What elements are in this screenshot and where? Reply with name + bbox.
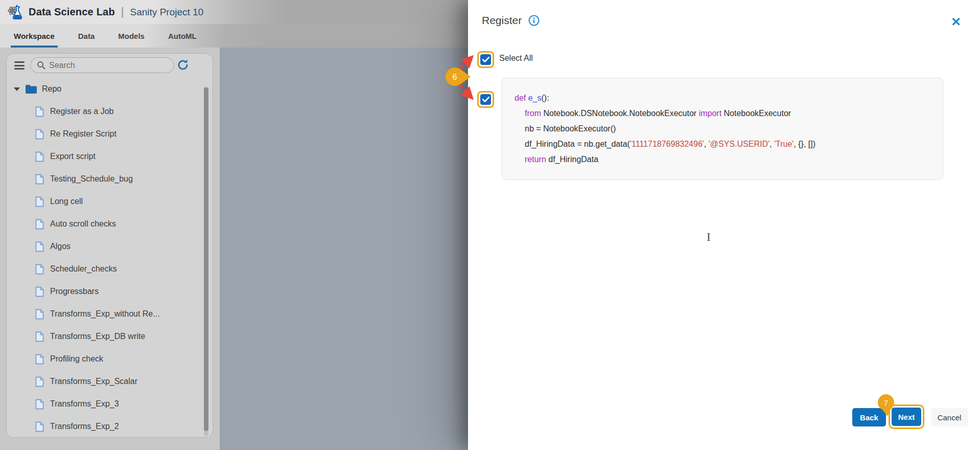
file-icon bbox=[35, 106, 44, 117]
tree-item-label: Export script bbox=[50, 152, 96, 161]
sidebar-toolbar bbox=[7, 57, 213, 77]
scrollbar-thumb[interactable] bbox=[204, 87, 208, 431]
tree-item-label: Transforms_Exp_without Re... bbox=[50, 309, 160, 319]
tree-item[interactable]: Algos bbox=[7, 235, 213, 258]
tree-item[interactable]: Transforms_Exp_2 bbox=[7, 415, 213, 438]
next-button[interactable]: Next bbox=[892, 408, 921, 426]
sidebar-scrollbar[interactable] bbox=[204, 86, 208, 436]
drawer-title: Register bbox=[482, 14, 522, 27]
file-icon bbox=[35, 309, 44, 320]
code-line: from Notebook.DSNotebook.NotebookExecuto… bbox=[515, 106, 932, 121]
tab-models[interactable]: Models bbox=[118, 24, 145, 48]
file-icon bbox=[35, 129, 44, 140]
tree-item-label: Register as a Job bbox=[50, 107, 114, 116]
tab-data[interactable]: Data bbox=[78, 24, 95, 48]
drawer-header: Register bbox=[482, 14, 540, 27]
tab-automl[interactable]: AutoML bbox=[168, 24, 197, 48]
tree-item[interactable]: Scheduler_checks bbox=[7, 258, 213, 280]
tree-item-label: Progressbars bbox=[50, 287, 99, 296]
search-icon bbox=[37, 61, 45, 70]
next-highlight-ring: Next bbox=[889, 404, 924, 429]
refresh-icon[interactable] bbox=[176, 58, 190, 72]
workspace-canvas bbox=[220, 48, 468, 450]
tab-workspace[interactable]: Workspace bbox=[14, 24, 55, 48]
select-all-highlight-ring bbox=[477, 51, 494, 68]
sidebar-column: Repo Register as a JobRe Register Script… bbox=[0, 48, 220, 450]
cancel-button[interactable]: Cancel bbox=[931, 408, 968, 426]
cell-highlight-ring bbox=[477, 91, 494, 108]
file-icon bbox=[35, 151, 44, 162]
app-title: Data Science Lab bbox=[29, 6, 115, 18]
tree-node-repo[interactable]: Repo bbox=[7, 78, 213, 100]
close-icon[interactable]: ✕ bbox=[949, 15, 963, 29]
file-icon bbox=[35, 354, 44, 365]
tree-item[interactable]: Transforms_Exp_3 bbox=[7, 393, 213, 415]
tree-item-label: Transforms_Exp_Scalar bbox=[50, 377, 137, 386]
sidebar-panel: Repo Register as a JobRe Register Script… bbox=[6, 53, 213, 438]
tree-item[interactable]: Progressbars bbox=[7, 280, 213, 303]
select-all-checkbox[interactable] bbox=[480, 54, 491, 65]
file-icon bbox=[35, 421, 44, 432]
code-cell[interactable]: def e_s():from Notebook.DSNotebook.Noteb… bbox=[502, 78, 943, 180]
text-cursor: I bbox=[707, 231, 711, 244]
info-icon[interactable] bbox=[528, 15, 540, 26]
nav-tabs: Workspace Data Models AutoML bbox=[0, 24, 468, 48]
search-input[interactable] bbox=[49, 61, 161, 70]
tree-item-label: Transforms_Exp_DB write bbox=[50, 332, 145, 341]
header-divider: | bbox=[121, 5, 124, 18]
tree-item-label: Algos bbox=[50, 242, 71, 251]
tree-item-label: Transforms_Exp_2 bbox=[50, 422, 119, 431]
tree-item[interactable]: Transforms_Exp_without Re... bbox=[7, 303, 213, 325]
flask-logo-icon bbox=[7, 4, 25, 21]
chevron-down-icon[interactable] bbox=[14, 87, 20, 91]
file-tree: Repo Register as a JobRe Register Script… bbox=[7, 78, 213, 438]
select-all-label: Select All bbox=[499, 54, 533, 63]
code-line: nb = NotebookExecutor() bbox=[515, 121, 932, 137]
file-icon bbox=[35, 174, 44, 185]
tree-item[interactable]: Register as a Job bbox=[7, 100, 213, 123]
tree-item[interactable]: Long cell bbox=[7, 190, 213, 213]
file-icon bbox=[35, 376, 44, 387]
register-drawer: Register ✕ Select All def e_s():from Not… bbox=[468, 0, 980, 450]
tree-item[interactable]: Transforms_Exp_DB write bbox=[7, 325, 213, 348]
code-line: def e_s(): bbox=[515, 91, 932, 106]
code-block: def e_s():from Notebook.DSNotebook.Noteb… bbox=[515, 91, 932, 167]
folder-icon bbox=[25, 84, 37, 94]
content-row: Repo Register as a JobRe Register Script… bbox=[0, 48, 468, 450]
file-icon bbox=[35, 264, 44, 275]
cell-checkbox[interactable] bbox=[480, 94, 491, 105]
file-icon bbox=[35, 241, 44, 252]
tree-item[interactable]: Auto scroll checks bbox=[7, 213, 213, 235]
code-line: return df_HiringData bbox=[515, 152, 932, 167]
tree-item-label: Profiling check bbox=[50, 354, 103, 364]
back-button[interactable]: Back bbox=[852, 408, 886, 426]
search-box[interactable] bbox=[30, 57, 174, 73]
tree-item[interactable]: Re Register Script bbox=[7, 123, 213, 145]
code-line: df_HiringData = nb.get_data('11117187698… bbox=[515, 137, 932, 152]
project-title: Sanity Project 10 bbox=[130, 7, 204, 18]
file-icon bbox=[35, 219, 44, 230]
tree-item-label: Auto scroll checks bbox=[50, 219, 116, 229]
tree-item-label: Transforms_Exp_3 bbox=[50, 399, 119, 409]
page: Data Science Lab | Sanity Project 10 Wor… bbox=[0, 0, 980, 450]
tree-item-label: Testing_Schedule_bug bbox=[50, 174, 133, 184]
hamburger-menu-icon[interactable] bbox=[14, 61, 25, 70]
app-window: Data Science Lab | Sanity Project 10 Wor… bbox=[0, 0, 468, 450]
tree-item[interactable]: Transforms_Exp_Scalar bbox=[7, 370, 213, 393]
tree-item-label: Long cell bbox=[50, 197, 83, 206]
tree-item[interactable]: Export script bbox=[7, 145, 213, 168]
tree-node-label: Repo bbox=[42, 84, 61, 94]
file-icon bbox=[35, 399, 44, 410]
app-header: Data Science Lab | Sanity Project 10 bbox=[0, 0, 468, 24]
tree-item[interactable]: Testing_Schedule_bug bbox=[7, 168, 213, 190]
tree-item-label: Scheduler_checks bbox=[50, 264, 117, 274]
file-icon bbox=[35, 331, 44, 342]
file-list: Register as a JobRe Register ScriptExpor… bbox=[7, 100, 213, 438]
tree-item-label: Re Register Script bbox=[50, 129, 116, 139]
tree-item[interactable]: Profiling check bbox=[7, 348, 213, 370]
file-icon bbox=[35, 286, 44, 297]
file-icon bbox=[35, 196, 44, 207]
